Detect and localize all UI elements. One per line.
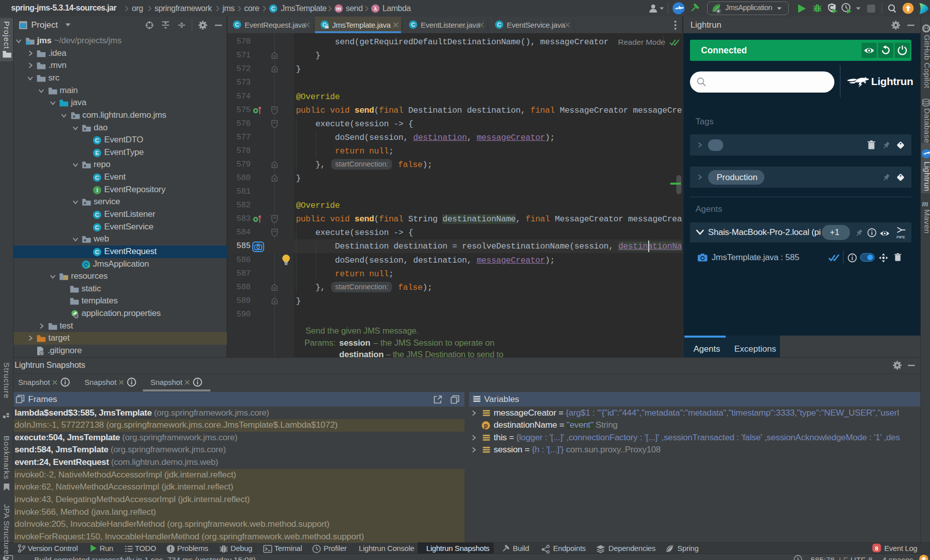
svg-text:8: 8: [875, 545, 879, 551]
svg-text:λ: λ: [374, 6, 377, 12]
svg-text:C: C: [411, 22, 415, 28]
svg-text:C: C: [235, 22, 239, 28]
svg-text:C: C: [271, 6, 275, 12]
svg-text:p: p: [484, 422, 488, 429]
svg-text:PIPE: PIPE: [896, 235, 905, 239]
svg-text:C: C: [497, 22, 501, 28]
svg-text:m: m: [336, 6, 341, 12]
